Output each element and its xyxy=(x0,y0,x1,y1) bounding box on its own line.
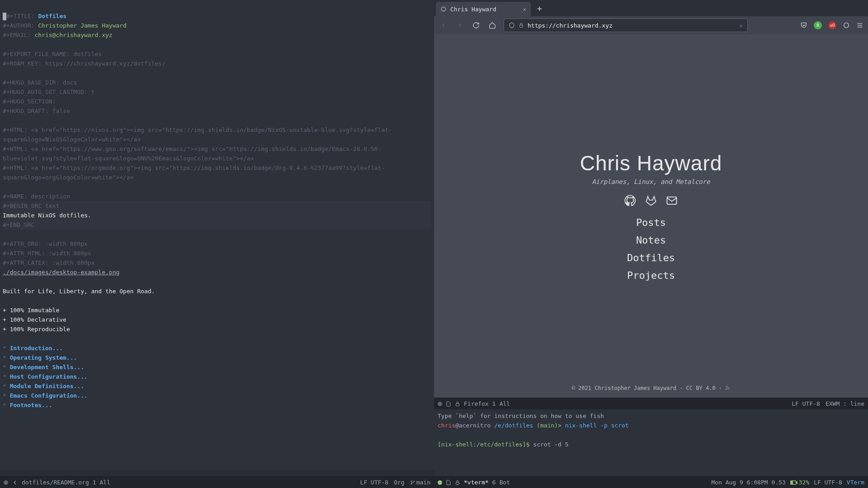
heading-star: * xyxy=(3,383,10,389)
favicon-icon xyxy=(440,6,447,12)
title-value: Dotfiles xyxy=(38,13,66,19)
heading-emacs[interactable]: Emacs Configuration... xyxy=(10,392,88,399)
vterm-buffer[interactable]: Type `help` for instructions on how to u… xyxy=(434,409,868,476)
term-command-2: scrot -d 5 xyxy=(533,441,568,448)
right-pane: Chris Hayward ✕ + https://chrishayward.x… xyxy=(434,0,868,488)
term-command-1: nix-shell -p scrot xyxy=(565,422,629,429)
svg-rect-15 xyxy=(791,481,793,483)
back-button[interactable] xyxy=(439,20,448,30)
heading-os[interactable]: Operating System... xyxy=(10,354,77,361)
tab-bar: Chris Hayward ✕ + xyxy=(434,0,868,16)
rss-icon[interactable] xyxy=(725,385,730,391)
export-directive: #+EXPORT_FILE_NAME: dotfiles xyxy=(3,51,102,57)
nav-projects[interactable]: Projects xyxy=(627,270,675,281)
gitlab-link[interactable] xyxy=(645,194,657,207)
buffer-percent: All xyxy=(500,400,510,407)
name-directive: #+NAME: description xyxy=(3,193,70,200)
url-bar[interactable]: https://chrishayward.xyz ☆ xyxy=(504,19,748,32)
pocket-icon[interactable] xyxy=(800,22,807,29)
svg-point-0 xyxy=(411,481,412,482)
tagline-text: Built for Life, Liberty, and the Open Ro… xyxy=(3,288,155,295)
end-src: #+END_SRC xyxy=(3,220,431,230)
heading-star: * xyxy=(3,354,10,361)
lock-icon xyxy=(519,23,524,28)
hugo-lastmod: #+HUGO_AUTO_SET_LASTMOD: t xyxy=(3,89,95,95)
social-links xyxy=(624,194,678,207)
attr-org: #+ATTR_ORG: :width 800px xyxy=(3,240,88,247)
nav-notes[interactable]: Notes xyxy=(636,235,666,246)
heading-star: * xyxy=(3,392,10,399)
author-keyword: #+AUTHOR: xyxy=(3,22,34,29)
hugo-draft: #+HUGO_DRAFT: false xyxy=(3,108,70,114)
bullet-reproducible: + 100% Reproducible xyxy=(3,326,70,333)
datetime: Mon Aug 9 6:08PM 0.53 xyxy=(711,479,785,486)
extension-bitwarden-icon[interactable]: B xyxy=(814,21,822,29)
svg-point-1 xyxy=(411,483,412,484)
extension-ublock-icon[interactable]: uO xyxy=(828,21,836,29)
major-mode: Org xyxy=(394,479,404,486)
heading-shells[interactable]: Development Shells... xyxy=(10,364,84,371)
svg-point-5 xyxy=(844,23,849,28)
tab-close-button[interactable]: ✕ xyxy=(523,6,526,13)
heading-modules[interactable]: Module Definitions... xyxy=(10,383,84,389)
heading-footnotes[interactable]: Footnotes... xyxy=(10,402,52,408)
browser-tab[interactable]: Chris Hayward ✕ xyxy=(436,2,531,16)
encoding-label: LF UTF-8 xyxy=(360,479,389,486)
nav-bar: https://chrishayward.xyz ☆ B uO xyxy=(434,16,868,34)
modified-indicator-icon xyxy=(4,480,8,485)
page-title: Chris Hayward xyxy=(580,151,722,175)
term-prompt-2: [nix-shell:/etc/dotfiles]$ xyxy=(438,441,530,448)
nav-dotfiles[interactable]: Dotfiles xyxy=(627,252,675,263)
site-nav: Posts Notes Dotfiles Projects xyxy=(627,217,675,281)
attr-latex: #+ATTR_LATEX: :width 800px xyxy=(3,259,95,266)
hamburger-menu-icon[interactable] xyxy=(856,22,863,29)
term-path: /e/dotfiles xyxy=(494,422,533,429)
org-editor-buffer[interactable]: #+TITLE: Dotfiles #+AUTHOR: Christopher … xyxy=(0,0,434,470)
nav-posts[interactable]: Posts xyxy=(636,217,666,228)
extension-generic-icon[interactable] xyxy=(843,22,850,29)
line-number: 1 xyxy=(492,400,496,407)
footer-text: © 2021 Christopher James Hayward · CC BY… xyxy=(572,385,726,391)
heading-star: * xyxy=(3,373,10,380)
home-button[interactable] xyxy=(487,20,497,30)
lock-icon xyxy=(455,480,460,485)
forward-button[interactable] xyxy=(455,20,465,30)
buffer-percent: All xyxy=(100,479,110,486)
svg-rect-14 xyxy=(797,482,797,483)
term-help-text: Type `help` for instructions on how to u… xyxy=(438,413,604,419)
bookmark-star-icon[interactable]: ☆ xyxy=(739,22,743,29)
emacs-left-pane: #+TITLE: Dotfiles #+AUTHOR: Christopher … xyxy=(0,0,434,488)
lock-icon xyxy=(455,401,460,407)
term-branch: (main)> xyxy=(537,422,561,429)
toolbar-extensions: B uO xyxy=(800,21,863,29)
attr-html: #+ATTR_HTML: :width 800px xyxy=(3,250,91,257)
reload-button[interactable] xyxy=(471,20,481,30)
svg-rect-4 xyxy=(520,25,523,28)
encoding-label: LF UTF-8 xyxy=(814,479,842,486)
file-icon xyxy=(446,480,451,485)
email-link[interactable] xyxy=(665,194,678,207)
new-tab-button[interactable]: + xyxy=(531,4,548,13)
html-badge-1: #+HTML: <a href="https://nixos.org"><img… xyxy=(3,127,392,143)
page-subtitle: Airplanes, Linux, and Metalcore xyxy=(592,178,710,185)
bullet-declarative: + 100% Declarative xyxy=(3,316,66,323)
buffer-name: Firefox xyxy=(464,400,489,407)
firefox-modeline: Firefox 1 All LF UTF-8 EXWM : line xyxy=(434,398,868,409)
src-body: Immutable NixOS dotfiles. xyxy=(3,211,431,220)
svg-point-3 xyxy=(441,7,445,11)
svg-rect-12 xyxy=(456,482,459,484)
firefox-window: Chris Hayward ✕ + https://chrishayward.x… xyxy=(434,0,868,398)
heading-hosts[interactable]: Host Configurations... xyxy=(10,373,88,380)
image-link[interactable]: ./docs/images/desktop-example.png xyxy=(3,269,119,276)
hugo-basedir: #+HUGO_BASE_DIR: docs xyxy=(3,79,77,86)
nav-left-icon[interactable] xyxy=(12,479,18,486)
vterm-modeline: *vterm* 6 Bot Mon Aug 9 6:08PM 0.53 32% … xyxy=(434,476,868,488)
github-link[interactable] xyxy=(624,194,637,207)
heading-star: * xyxy=(3,402,10,408)
heading-introduction[interactable]: Introduction... xyxy=(10,345,63,352)
buffer-name: *vterm* xyxy=(464,479,489,486)
title-keyword: #+TITLE: xyxy=(6,13,35,19)
shield-icon xyxy=(509,22,515,28)
term-host: @acernitro xyxy=(455,422,491,429)
buffer-name: dotfiles/README.org xyxy=(22,479,89,486)
